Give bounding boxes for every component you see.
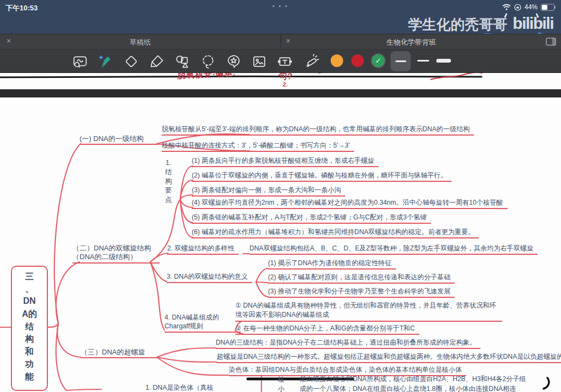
- node-structure-point: (5) 两条链的碱基互补配对，A与T配对，形成2个氢键；G与C配对，形成3个氢键: [192, 213, 431, 224]
- node-nucleosome-label: 核 小: [278, 376, 284, 392]
- color-green-selected[interactable]: ✓: [372, 54, 385, 67]
- node-chargaff-point: ① DNA的碱基组成具有物种特异性，但无组织和器官的特异性，并且年龄、营养状况和…: [235, 301, 502, 322]
- vlabel-char: 核: [278, 376, 284, 385]
- root-char: DN: [12, 296, 47, 309]
- node-sec3-line2: 超螺旋是DNA三级结构的一种形式。超螺旋包括正超螺旋和负超螺旋两种。生物体内绝大…: [217, 353, 561, 363]
- status-bar: 下午10:53 • • • 44%: [0, 0, 561, 15]
- status-time: 下午10:53: [5, 3, 38, 13]
- node-nucleosome-line2: 成的一个八聚体；DNA在组蛋白核心上盘绕1.8圈，核小体由连接DNA相连: [300, 385, 516, 392]
- vlabel-char: 点: [165, 196, 172, 205]
- node-sec1-line2: 核酸中核苷酸的连接方式：3'，5'-磷酸二酯键；书写方向：5'→3': [162, 142, 354, 152]
- node-sec3-line1: DNA的三级结构：是指DNA分子在二级结构基础上，通过扭曲和折叠所形成的特定构象…: [216, 339, 480, 349]
- node-structure-point: (2) 碱基位于双螺旋的内侧，垂直于螺旋轴。磷酸与核糖在外侧，糖环平面与纵轴平行…: [192, 171, 452, 182]
- handwritten-annotation: 2.: [283, 81, 288, 88]
- node-meaning-point: (2) 确认了碱基配对原则，这是遗传信息传递和表达的分子基础: [268, 273, 455, 284]
- color-red[interactable]: [351, 54, 364, 67]
- page-gap: [0, 89, 561, 97]
- pen-tool[interactable]: [96, 52, 114, 71]
- vlabel-char: 要: [165, 187, 172, 196]
- root-char: 三: [12, 271, 47, 284]
- root-char: 和: [12, 346, 47, 359]
- battery-percent: 44%: [525, 3, 538, 11]
- vlabel-char: 构: [165, 177, 172, 187]
- split-view-icon[interactable]: [546, 38, 557, 46]
- node-structure-label: 1. 结 构 要 点: [165, 159, 172, 205]
- node-meaning-point: (1) 揭示了DNA作为遗传物质的稳定性特征: [268, 259, 396, 270]
- status-more-dots: • • •: [272, 3, 288, 10]
- stroke-width-thick[interactable]: [436, 59, 451, 63]
- root-char: 功: [12, 359, 47, 371]
- rotation-lock-icon: [514, 4, 521, 11]
- lasso-tool[interactable]: [199, 52, 217, 71]
- node-chargaff-label: 4. DNA碱基组成的Chargaff规则: [164, 313, 241, 333]
- root-char: 结: [12, 321, 47, 334]
- nav-bar: 生物化学带背班⌄: [0, 15, 561, 34]
- text-tool[interactable]: [276, 52, 294, 71]
- node-structure-point: (6) 碱基对的疏水作用力（碱基堆积力）和氢键共同维持DNA双螺旋结构的稳定。前…: [192, 228, 479, 238]
- node-structure-point: (4) 双螺旋的平均直径为2nm，两个相邻的碱基对之间的高度为0.34nm。沿中…: [192, 199, 508, 209]
- vlabel-char: 结: [165, 168, 172, 177]
- eraser-tool[interactable]: [122, 52, 141, 71]
- node-nucleosome-line1: 是由组蛋白核心和DNA所构成，核心由组蛋白H2A、H2B、H3和H4各2分子组: [300, 375, 526, 383]
- node-structure-point: (3) 两条链配对偏向一侧，形成一条大沟和一条小沟: [192, 186, 345, 197]
- node-meaning-label: 3. DNA的双螺旋结构的意义: [167, 273, 252, 283]
- highlighter-tool[interactable]: [148, 52, 166, 71]
- node-meaning-point: (3) 推动了生物化学和分子生物学乃至整个生命科学的飞速发展: [268, 287, 455, 298]
- node-diversity-text: DNA双螺旋结构包括A、B、C、D、E及Z型等数种，除Z型为左手双螺旋外，其余均…: [249, 244, 538, 255]
- stroke-width-medium-selected[interactable]: [391, 51, 411, 71]
- node-sec3-title: （三）DNA的超螺旋: [81, 348, 158, 358]
- node-structure-point: (1) 两条反向平行的多聚脱氧核苷酸链相互缠绕，形成右手螺旋: [192, 157, 379, 167]
- zoom-window-tool[interactable]: [71, 52, 89, 71]
- vlabel-char: 小: [278, 385, 284, 392]
- shapes-tool[interactable]: [173, 52, 192, 71]
- mindmap-root-node: 三 、 DN A的 结 构 和 功 能: [11, 266, 48, 391]
- battery-icon: [541, 4, 554, 11]
- color-orange[interactable]: [331, 54, 343, 67]
- root-char: 构: [12, 334, 47, 346]
- tab-scratch-paper[interactable]: 草稿纸: [0, 38, 280, 47]
- root-char: 能: [12, 371, 47, 384]
- node-bottom-partial: 1. DNA是染色体（真核: [145, 384, 214, 392]
- node-chargaff-point: ② 在每一种生物的DNA分子上，A和G的含量都分别等于T和C: [235, 324, 419, 335]
- node-sec1-line1: 脱氧核苷酸从5'-端至3'-端的排列顺序，称为DNA的一级结构，也常用碱基的排列…: [162, 125, 474, 136]
- laser-pointer-tool[interactable]: [303, 52, 321, 71]
- node-sec2-title: （二）DNA的双螺旋结构（DNA的二级结构）: [72, 244, 160, 264]
- stroke-width-thin[interactable]: [417, 60, 429, 62]
- node-diversity-label: 2. 双螺旋结构的多样性: [167, 244, 239, 255]
- root-char: 、: [12, 284, 47, 296]
- vlabel-char: 1.: [165, 159, 172, 168]
- tab-current-document[interactable]: 生物化学带背班: [280, 38, 542, 47]
- node-sec1-title: (一) DNA的一级结构: [80, 134, 159, 145]
- wifi-icon: [502, 4, 511, 10]
- root-char: A的: [12, 309, 47, 321]
- sticker-tool[interactable]: [224, 52, 243, 71]
- check-icon: ✓: [372, 54, 385, 67]
- image-tool[interactable]: [250, 52, 269, 71]
